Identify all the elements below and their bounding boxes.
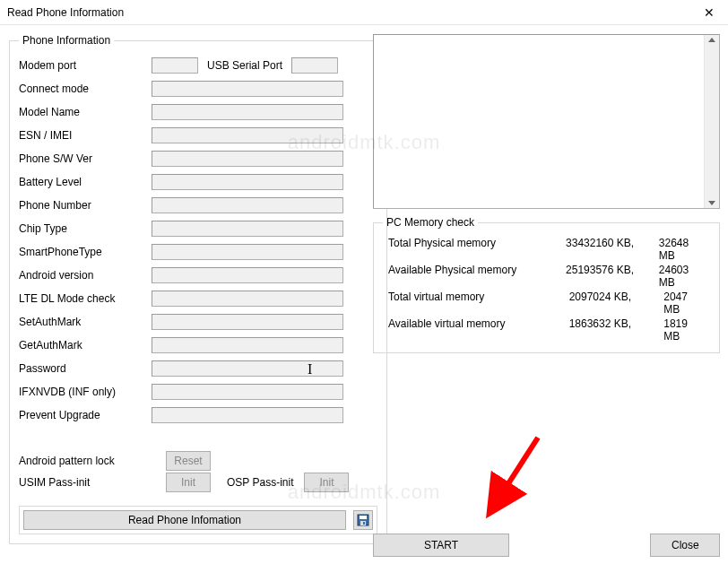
- label-smartphone-type: SmartPhoneType: [19, 246, 152, 258]
- label-password: Password: [19, 362, 152, 375]
- start-button[interactable]: START: [373, 534, 509, 557]
- label-osp-pass-init: OSP Pass-init: [227, 476, 293, 489]
- label-android-pattern-lock: Android pattern lock: [19, 455, 166, 467]
- osp-init-button[interactable]: Init: [304, 473, 349, 492]
- log-scrollbar[interactable]: [704, 35, 719, 208]
- disk-icon-button[interactable]: [353, 510, 373, 530]
- field-phone-sw-ver[interactable]: [152, 151, 343, 167]
- read-phone-info-button[interactable]: Read Phone Infomation: [23, 510, 346, 530]
- field-lte-dl[interactable]: [152, 291, 343, 307]
- label-model-name: Model Name: [19, 106, 152, 118]
- field-usb-serial[interactable]: [291, 57, 338, 74]
- read-phone-row: Read Phone Infomation: [19, 506, 377, 534]
- window-title: Read Phone Information: [7, 6, 124, 19]
- bottom-actions: Android pattern lock Reset USIM Pass-ini…: [19, 450, 377, 493]
- window-close-button[interactable]: ✕: [690, 0, 728, 25]
- left-column: Phone Information Modem port USB Serial …: [9, 34, 364, 557]
- label-set-auth: SetAuthMark: [19, 316, 152, 328]
- row-modem-port: Modem port USB Serial Port: [19, 54, 377, 77]
- phone-info-legend: Phone Information: [19, 34, 114, 47]
- label-esn-imei: ESN / IMEI: [19, 129, 152, 142]
- mem-row-total-physical: Total Physical memory 33432160 KB, 32648…: [383, 236, 710, 263]
- save-disk-icon: [357, 514, 369, 526]
- field-chip-type[interactable]: [152, 221, 343, 237]
- right-column: PC Memory check Total Physical memory 33…: [373, 34, 720, 557]
- label-get-auth: GetAuthMark: [19, 339, 152, 351]
- svg-rect-1: [360, 516, 367, 519]
- label-usim-pass-init: USIM Pass-init: [19, 476, 166, 489]
- log-output[interactable]: [373, 34, 720, 209]
- label-modem-port: Modem port: [19, 59, 152, 72]
- label-connect-mode: Connect mode: [19, 82, 152, 95]
- usim-init-button[interactable]: Init: [166, 473, 211, 492]
- mem-row-total-virtual: Total virtual memory 2097024 KB, 2047 MB: [383, 290, 710, 317]
- label-battery-level: Battery Level: [19, 176, 152, 188]
- label-ifxnvdb: IFXNVDB (INF only): [19, 386, 152, 398]
- field-smartphone-type[interactable]: [152, 244, 343, 260]
- label-android-version: Android version: [19, 269, 152, 282]
- label-chip-type: Chip Type: [19, 222, 152, 235]
- field-set-auth[interactable]: [152, 314, 343, 330]
- title-bar: Read Phone Information ✕: [0, 0, 728, 25]
- field-ifxnvdb[interactable]: [152, 384, 343, 400]
- label-phone-sw-ver: Phone S/W Ver: [19, 152, 152, 165]
- field-phone-number[interactable]: [152, 197, 343, 213]
- mem-row-avail-virtual: Available virtual memory 1863632 KB, 181…: [383, 317, 710, 343]
- label-lte-dl: LTE DL Mode check: [19, 292, 152, 305]
- field-password[interactable]: [152, 360, 343, 377]
- field-android-version[interactable]: [152, 267, 343, 283]
- field-model-name[interactable]: [152, 104, 343, 120]
- label-prevent-upgrade: Prevent Upgrade: [19, 409, 152, 421]
- field-battery-level[interactable]: [152, 174, 343, 190]
- pc-memory-legend: PC Memory check: [383, 216, 478, 229]
- label-usb-serial: USB Serial Port: [207, 59, 282, 72]
- field-esn-imei[interactable]: [152, 127, 343, 143]
- field-prevent-upgrade[interactable]: [152, 407, 343, 423]
- field-get-auth[interactable]: [152, 337, 343, 353]
- reset-button[interactable]: Reset: [166, 451, 211, 471]
- bottom-right-buttons: START Close: [373, 534, 720, 557]
- mem-row-avail-physical: Available Physical memory 25193576 KB, 2…: [383, 263, 710, 290]
- phone-info-group: Phone Information Modem port USB Serial …: [9, 34, 387, 544]
- pc-memory-group: PC Memory check Total Physical memory 33…: [373, 216, 720, 353]
- label-phone-number: Phone Number: [19, 199, 152, 212]
- close-button[interactable]: Close: [650, 534, 720, 557]
- field-modem-port[interactable]: [152, 57, 198, 74]
- svg-rect-3: [363, 522, 365, 525]
- field-connect-mode[interactable]: [152, 81, 343, 97]
- window-body: Phone Information Modem port USB Serial …: [0, 25, 728, 564]
